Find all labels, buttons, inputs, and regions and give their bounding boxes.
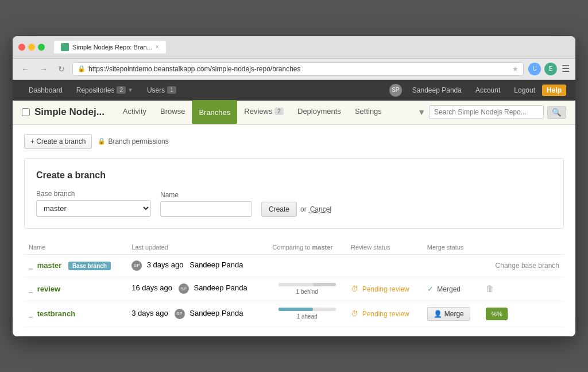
user-profile-icon[interactable]: U bbox=[528, 63, 541, 75]
nav-user-name[interactable]: Sandeep Panda bbox=[405, 80, 469, 101]
base-branch-group: Base branch master bbox=[36, 190, 151, 217]
branch-name-cell: ⎯ review bbox=[24, 277, 127, 301]
review-status-link[interactable]: Pending review bbox=[362, 285, 409, 293]
browser-window: Simple Nodejs Repo: Bran... × ← → ↻ 🔒 ht… bbox=[13, 36, 575, 336]
merge-button[interactable]: 👤 Merge bbox=[427, 307, 470, 321]
maximize-traffic-light[interactable] bbox=[38, 44, 45, 51]
form-create-button[interactable]: Create bbox=[261, 202, 297, 217]
tab-title: Simple Nodejs Repo: Bran... bbox=[72, 44, 152, 51]
nav-users[interactable]: Users 1 bbox=[140, 80, 183, 101]
comparing-cell bbox=[268, 254, 346, 277]
clock-icon: ⏱ bbox=[351, 309, 358, 318]
last-updated-cell: 16 days ago SP Sandeep Panda bbox=[127, 277, 268, 301]
repo-title: Simple Nodej... bbox=[34, 106, 105, 118]
branch-name-link[interactable]: master bbox=[37, 261, 62, 270]
tab-deployments[interactable]: Deployments bbox=[291, 100, 348, 124]
form-title: Create a branch bbox=[36, 170, 552, 181]
branch-name-link[interactable]: testbranch bbox=[37, 309, 75, 318]
change-base-branch-link[interactable]: Change base branch bbox=[496, 262, 559, 270]
address-bar[interactable]: 🔒 https://sitepointdemo.beanstalkapp.com… bbox=[72, 62, 524, 76]
nav-logout[interactable]: Logout bbox=[507, 80, 542, 101]
review-cell bbox=[346, 254, 423, 277]
tab-activity[interactable]: Activity bbox=[116, 100, 153, 124]
nav-account[interactable]: Account bbox=[469, 80, 507, 101]
help-button[interactable]: Help bbox=[542, 85, 566, 96]
branch-icon: ⎯ bbox=[29, 310, 33, 318]
action-cell: Change base branch bbox=[481, 254, 564, 277]
name-group: Name bbox=[160, 191, 252, 217]
author-name: Sandeep Panda bbox=[189, 309, 243, 317]
top-nav-right: SP Sandeep Panda Account Logout Help bbox=[389, 80, 566, 101]
tab-close-btn[interactable]: × bbox=[156, 44, 159, 50]
extension-icon[interactable]: E bbox=[544, 63, 557, 75]
review-cell: ⏱ Pending review bbox=[346, 277, 423, 301]
last-updated-cell: 3 days ago SP Sandeep Panda bbox=[127, 301, 268, 327]
comparing-cell: 1 behind bbox=[268, 277, 346, 301]
url-text: https://sitepointdemo.beanstalkapp.com/s… bbox=[88, 65, 301, 73]
search-button[interactable]: 🔍 bbox=[547, 106, 566, 119]
merge-cell bbox=[423, 254, 482, 277]
bar-track bbox=[278, 283, 336, 286]
repo-search-input[interactable] bbox=[429, 105, 544, 119]
browser-menu-icon[interactable]: ☰ bbox=[562, 63, 570, 74]
col-comparing-header: Comparing to master bbox=[268, 240, 346, 255]
name-label: Name bbox=[160, 191, 252, 199]
bar-label: 1 ahead bbox=[297, 313, 318, 320]
create-branch-button[interactable]: + Create a branch bbox=[24, 134, 92, 149]
branch-name-link[interactable]: review bbox=[37, 285, 60, 293]
repositories-dropdown-icon[interactable]: ▼ bbox=[127, 87, 133, 93]
table-row: ⎯ testbranch 3 days ago SP Sandeep Panda bbox=[24, 301, 564, 327]
branch-name-cell: ⎯ master Base branch bbox=[24, 254, 127, 277]
tab-reviews[interactable]: Reviews 2 bbox=[237, 100, 291, 124]
filter-icon[interactable]: ▼ bbox=[417, 108, 425, 117]
table-row: ⎯ review 16 days ago SP Sandeep Panda bbox=[24, 277, 564, 301]
minimize-traffic-light[interactable] bbox=[28, 44, 35, 51]
avatar-small: SP bbox=[131, 260, 142, 271]
clock-icon: ⏱ bbox=[351, 285, 358, 293]
action-cell: 🗑 bbox=[481, 277, 564, 301]
tab-favicon bbox=[61, 43, 69, 51]
repo-checkbox[interactable] bbox=[22, 108, 30, 116]
browser-addressbar: ← → ↻ 🔒 https://sitepointdemo.beanstalka… bbox=[13, 59, 575, 80]
delete-branch-button[interactable]: 🗑 bbox=[486, 284, 494, 293]
form-cancel-button[interactable]: Cancel bbox=[310, 205, 331, 213]
browser-icons: U E bbox=[528, 63, 557, 75]
merge-user-icon: 👤 bbox=[434, 310, 442, 318]
nav-repositories[interactable]: Repositories 2 ▼ bbox=[69, 80, 140, 101]
branch-permissions-link[interactable]: 🔒 Branch permissions bbox=[98, 137, 168, 145]
refresh-button[interactable]: ↻ bbox=[55, 63, 68, 75]
nav-dashboard[interactable]: Dashboard bbox=[22, 80, 69, 101]
action-cell: %% bbox=[481, 301, 564, 327]
comparing-branch: master bbox=[312, 244, 333, 251]
form-row: Base branch master Name Create or Cancel bbox=[36, 190, 552, 217]
branch-icon: ⎯ bbox=[29, 285, 33, 293]
avatar-small: SP bbox=[179, 283, 189, 294]
base-branch-badge: Base branch bbox=[68, 262, 111, 270]
branch-name-input[interactable] bbox=[160, 201, 252, 217]
browser-titlebar: Simple Nodejs Repo: Bran... × bbox=[13, 36, 575, 59]
branch-table: Name Last updated Comparing to master Re… bbox=[24, 240, 564, 327]
page-content: + Create a branch 🔒 Branch permissions C… bbox=[13, 125, 575, 336]
back-button[interactable]: ← bbox=[18, 63, 32, 75]
browser-tab[interactable]: Simple Nodejs Repo: Bran... × bbox=[54, 41, 166, 53]
col-review-header: Review status bbox=[346, 240, 423, 255]
tab-settings[interactable]: Settings bbox=[348, 100, 389, 124]
comparing-bar: 1 behind bbox=[272, 283, 342, 295]
tab-branches[interactable]: Branches bbox=[192, 100, 237, 124]
close-traffic-light[interactable] bbox=[18, 44, 25, 51]
base-branch-select[interactable]: master bbox=[36, 200, 151, 217]
tab-browse[interactable]: Browse bbox=[153, 100, 192, 124]
diff-button[interactable]: %% bbox=[486, 308, 508, 320]
bar-ahead bbox=[278, 308, 313, 311]
bookmark-icon[interactable]: ★ bbox=[512, 65, 519, 73]
author-name: Sandeep Panda bbox=[189, 260, 243, 269]
forward-button[interactable]: → bbox=[37, 63, 51, 75]
merge-cell: 👤 Merge bbox=[423, 301, 482, 327]
checkmark-icon: ✓ bbox=[427, 285, 434, 293]
merge-status-label: Merged bbox=[437, 285, 461, 293]
table-row: ⎯ master Base branch SP 3 days ago Sande… bbox=[24, 254, 564, 277]
review-status-link[interactable]: Pending review bbox=[362, 310, 409, 318]
branch-icon: ⎯ bbox=[29, 262, 33, 270]
bar-label: 1 behind bbox=[296, 289, 318, 295]
last-updated-label: 16 days ago bbox=[131, 283, 172, 292]
